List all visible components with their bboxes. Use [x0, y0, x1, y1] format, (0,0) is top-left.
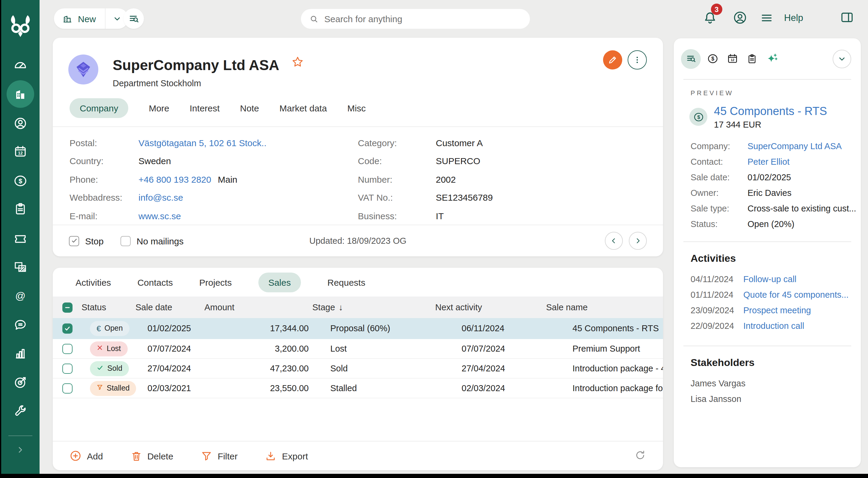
preview-tab-calendar[interactable]: 12 — [722, 53, 742, 65]
sidebar-item-requests[interactable] — [7, 225, 34, 251]
sidebar-item-companies[interactable] — [7, 80, 34, 108]
search-input[interactable] — [324, 14, 522, 24]
sidebar-item-mailings[interactable] — [7, 254, 34, 280]
new-button[interactable]: New — [54, 8, 105, 29]
delete-button[interactable]: Delete — [130, 450, 173, 462]
company-avatar — [68, 55, 98, 84]
user-menu-button[interactable] — [733, 10, 747, 28]
preview-section-label: PREVIEW — [690, 89, 861, 96]
column-sale-name[interactable]: Sale name — [546, 303, 663, 312]
sidebar-item-chat[interactable] — [7, 311, 34, 338]
row-checkbox[interactable] — [62, 363, 72, 373]
sale-row-3[interactable]: Sold 27/04/2024 47,230.00 Sold 27/04/202… — [53, 359, 663, 379]
tab-misc[interactable]: Misc — [347, 103, 366, 113]
field-label: Business: — [358, 211, 436, 221]
activity-date: 22/09/2024 — [690, 321, 743, 331]
tab-more[interactable]: More — [149, 103, 169, 113]
preview-panel: $ 12 — [674, 38, 861, 467]
webaddress-link[interactable]: info@sc.se — [138, 193, 183, 203]
tab-requests[interactable]: Requests — [327, 277, 365, 287]
cell-next-activity: 06/11/2024 — [435, 323, 546, 333]
preview-tab-ai-assistant[interactable] — [762, 52, 782, 65]
activity-link[interactable]: Introduction call — [743, 321, 804, 331]
tab-sales[interactable]: Sales — [258, 272, 301, 292]
main-menu-button[interactable] — [760, 11, 773, 27]
column-amount[interactable]: Amount — [205, 303, 312, 312]
select-all-checkbox[interactable] — [62, 302, 72, 312]
row-checkbox-checked[interactable] — [62, 323, 72, 333]
sidebar-item-settings[interactable] — [7, 398, 34, 424]
sidebar-item-dashboard[interactable] — [7, 52, 34, 78]
tab-market-data[interactable]: Market data — [279, 103, 327, 113]
tab-activities[interactable]: Activities — [75, 277, 111, 287]
favorite-star-icon[interactable] — [291, 56, 304, 71]
column-status[interactable]: Status — [82, 303, 135, 312]
company-link[interactable]: SuperCompany Ltd ASA — [747, 141, 842, 151]
add-label: Add — [87, 451, 103, 461]
phone-link[interactable]: +46 800 193 2820 — [138, 174, 211, 184]
sidebar-item-reports[interactable] — [7, 340, 34, 367]
sidebar-item-sales[interactable]: $ — [7, 168, 34, 194]
pencil-icon — [607, 55, 618, 65]
tab-note[interactable]: Note — [240, 103, 259, 113]
sidebar-item-email[interactable]: @ — [7, 283, 34, 309]
refresh-button[interactable] — [634, 449, 646, 463]
sparkles-icon — [765, 52, 778, 65]
row-checkbox[interactable] — [62, 344, 72, 354]
sale-row-2[interactable]: Lost 07/07/2024 3,200.00 Lost 07/07/2024… — [53, 339, 663, 359]
activities-list: 04/11/2024 Follow-up call 01/11/2024 Quo… — [690, 271, 861, 334]
find-list-button[interactable] — [123, 8, 144, 29]
field-label: Status: — [690, 219, 747, 229]
stop-checkbox[interactable] — [69, 236, 79, 246]
row-checkbox[interactable] — [62, 383, 72, 393]
contact-link[interactable]: Peter Elliot — [747, 157, 789, 167]
svg-text:$: $ — [19, 177, 22, 185]
tab-projects[interactable]: Projects — [199, 277, 232, 287]
preview-field-company: Company: SuperCompany Ltd ASA — [690, 138, 861, 154]
filter-button[interactable]: Filter — [201, 450, 238, 462]
edit-company-button[interactable] — [603, 50, 622, 69]
column-next-activity[interactable]: Next activity — [435, 303, 546, 312]
no-mailings-checkbox[interactable] — [121, 236, 131, 246]
tab-contacts[interactable]: Contacts — [137, 277, 173, 287]
cell-sale-date: 02/03/2021 — [135, 383, 205, 393]
next-company-button[interactable] — [629, 232, 647, 250]
calendar-icon: 12 — [726, 53, 738, 65]
sale-title-link[interactable]: 45 Components - RTS — [714, 105, 827, 118]
postal-link[interactable]: Västgötagatan 5, 102 61 Stock.. — [138, 138, 267, 148]
preview-tab-list-search[interactable] — [681, 49, 701, 69]
sidebar-expand-chevron[interactable] — [1, 445, 39, 457]
field-email: E-mail: www.sc.se — [69, 207, 358, 225]
help-link[interactable]: Help — [784, 12, 803, 23]
sale-row-1[interactable]: € Open 01/02/2025 17,344.00 Proposal (60… — [53, 318, 663, 339]
column-stage[interactable]: Stage ↓ — [312, 303, 435, 312]
sale-row-4[interactable]: Stalled 02/03/2021 23,550.00 Stalled 02/… — [53, 379, 663, 398]
status-badge-sold: Sold — [90, 361, 129, 376]
activity-link[interactable]: Prospect meeting — [743, 306, 811, 315]
sidebar-item-targets[interactable] — [7, 369, 34, 395]
field-label: Number: — [358, 174, 436, 184]
add-button[interactable]: Add — [69, 450, 103, 462]
side-panel-toggle-button[interactable] — [840, 10, 854, 27]
sidebar-item-projects[interactable] — [7, 196, 34, 222]
superoffice-owl-logo[interactable] — [8, 14, 33, 41]
preview-tab-sales[interactable]: $ — [703, 53, 722, 65]
field-label: Category: — [358, 138, 436, 148]
activity-link[interactable]: Follow-up call — [743, 274, 796, 284]
preview-tab-documents[interactable] — [742, 53, 762, 64]
export-button[interactable]: Export — [265, 450, 308, 462]
field-category: Category: Customer A — [358, 134, 646, 152]
sidebar-item-contacts[interactable] — [7, 110, 34, 137]
dollar-coin-icon: $ — [707, 53, 718, 65]
cell-next-activity: 02/03/2024 — [435, 383, 546, 393]
column-sale-date[interactable]: Sale date — [135, 303, 205, 312]
sidebar-item-calendar[interactable]: 12 — [7, 138, 34, 165]
company-more-actions-button[interactable] — [628, 50, 647, 69]
email-link[interactable]: www.sc.se — [138, 211, 181, 221]
preview-collapse-button[interactable] — [833, 49, 851, 68]
tab-company[interactable]: Company — [69, 98, 128, 118]
notification-badge[interactable]: 3 — [711, 4, 722, 15]
tab-interest[interactable]: Interest — [190, 103, 220, 113]
activity-link[interactable]: Quote for 45 components... — [743, 290, 848, 300]
previous-company-button[interactable] — [605, 232, 623, 250]
